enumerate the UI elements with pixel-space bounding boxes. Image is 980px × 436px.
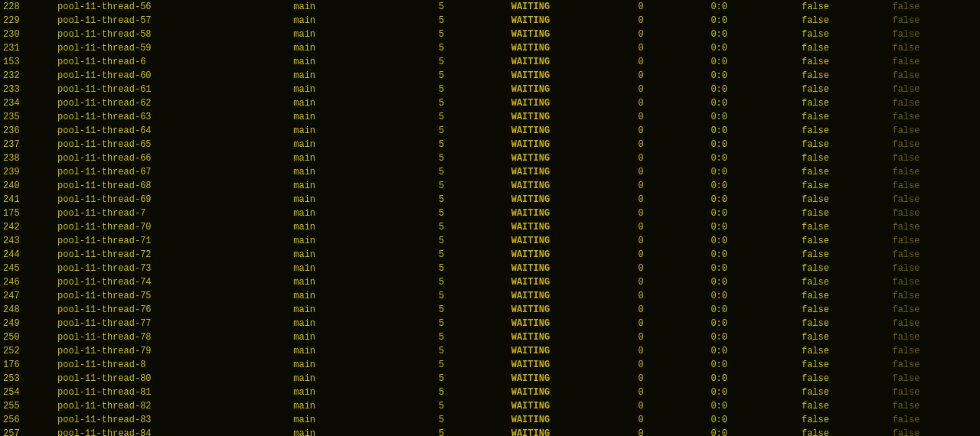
cell-priority: 5: [436, 151, 508, 165]
cell-group: main: [290, 207, 436, 220]
cell-status: WAITING: [508, 344, 635, 358]
cell-status: WAITING: [508, 262, 635, 275]
cell-bool2: false: [889, 358, 980, 372]
cell-status: WAITING: [508, 413, 635, 427]
cell-time: 0:0: [707, 96, 799, 110]
cell-time: 0:0: [707, 83, 799, 96]
cell-time: 0:0: [707, 399, 799, 413]
cell-time: 0:0: [707, 220, 799, 234]
cell-bool1: false: [799, 28, 890, 41]
cell-bool2: false: [889, 41, 980, 55]
cell-priority: 5: [436, 386, 508, 399]
cell-bool1: false: [799, 275, 890, 289]
cell-bool2: false: [889, 55, 980, 69]
cell-bool2: false: [889, 0, 980, 14]
cell-priority: 5: [436, 289, 508, 303]
cell-num1: 0: [635, 234, 708, 248]
cell-group: main: [290, 124, 436, 138]
cell-status: WAITING: [508, 358, 635, 372]
cell-id: 234: [0, 96, 54, 110]
cell-bool2: false: [889, 124, 980, 138]
cell-bool1: false: [799, 83, 890, 96]
cell-name: pool-11-thread-74: [54, 275, 290, 289]
cell-id: 257: [0, 427, 54, 436]
cell-id: 236: [0, 124, 54, 138]
cell-group: main: [290, 330, 436, 344]
cell-bool1: false: [799, 289, 890, 303]
cell-priority: 5: [436, 55, 508, 69]
cell-name: pool-11-thread-81: [54, 386, 290, 399]
cell-num1: 0: [635, 28, 708, 41]
cell-bool2: false: [889, 427, 980, 436]
table-row: 246 pool-11-thread-74 main 5 WAITING 0 0…: [0, 275, 980, 289]
cell-group: main: [290, 96, 436, 110]
table-row: 231 pool-11-thread-59 main 5 WAITING 0 0…: [0, 41, 980, 55]
cell-time: 0:0: [707, 386, 799, 399]
cell-id: 250: [0, 330, 54, 344]
cell-bool2: false: [889, 138, 980, 151]
cell-bool2: false: [889, 344, 980, 358]
cell-priority: 5: [436, 138, 508, 151]
cell-bool2: false: [889, 386, 980, 399]
cell-status: WAITING: [508, 386, 635, 399]
cell-priority: 5: [436, 165, 508, 179]
cell-group: main: [290, 165, 436, 179]
cell-status: WAITING: [508, 28, 635, 41]
cell-bool2: false: [889, 193, 980, 207]
table-row: 244 pool-11-thread-72 main 5 WAITING 0 0…: [0, 248, 980, 262]
cell-group: main: [290, 0, 436, 14]
cell-status: WAITING: [508, 41, 635, 55]
cell-num1: 0: [635, 0, 708, 14]
table-row: 239 pool-11-thread-67 main 5 WAITING 0 0…: [0, 165, 980, 179]
cell-bool2: false: [889, 165, 980, 179]
cell-group: main: [290, 83, 436, 96]
cell-group: main: [290, 220, 436, 234]
cell-priority: 5: [436, 303, 508, 317]
cell-bool2: false: [889, 14, 980, 28]
cell-id: 232: [0, 69, 54, 83]
cell-bool1: false: [799, 427, 890, 436]
cell-bool1: false: [799, 151, 890, 165]
cell-priority: 5: [436, 28, 508, 41]
cell-id: 244: [0, 248, 54, 262]
table-row: 240 pool-11-thread-68 main 5 WAITING 0 0…: [0, 179, 980, 193]
cell-name: pool-11-thread-71: [54, 234, 290, 248]
cell-bool2: false: [889, 330, 980, 344]
cell-id: 248: [0, 303, 54, 317]
cell-bool2: false: [889, 207, 980, 220]
cell-status: WAITING: [508, 248, 635, 262]
cell-priority: 5: [436, 275, 508, 289]
cell-bool2: false: [889, 69, 980, 83]
cell-num1: 0: [635, 138, 708, 151]
cell-time: 0:0: [707, 14, 799, 28]
cell-time: 0:0: [707, 207, 799, 220]
cell-status: WAITING: [508, 69, 635, 83]
cell-bool1: false: [799, 193, 890, 207]
cell-bool1: false: [799, 41, 890, 55]
cell-time: 0:0: [707, 55, 799, 69]
cell-num1: 0: [635, 124, 708, 138]
cell-priority: 5: [436, 427, 508, 436]
cell-bool2: false: [889, 399, 980, 413]
cell-name: pool-11-thread-75: [54, 289, 290, 303]
cell-bool2: false: [889, 262, 980, 275]
cell-num1: 0: [635, 303, 708, 317]
cell-id: 249: [0, 317, 54, 330]
cell-priority: 5: [436, 372, 508, 386]
cell-bool1: false: [799, 69, 890, 83]
table-row: 153 pool-11-thread-6 main 5 WAITING 0 0:…: [0, 55, 980, 69]
cell-bool2: false: [889, 317, 980, 330]
cell-bool1: false: [799, 179, 890, 193]
table-row: 230 pool-11-thread-58 main 5 WAITING 0 0…: [0, 28, 980, 41]
cell-time: 0:0: [707, 110, 799, 124]
cell-status: WAITING: [508, 372, 635, 386]
cell-time: 0:0: [707, 165, 799, 179]
cell-group: main: [290, 386, 436, 399]
cell-group: main: [290, 14, 436, 28]
cell-bool1: false: [799, 110, 890, 124]
cell-priority: 5: [436, 193, 508, 207]
cell-name: pool-11-thread-72: [54, 248, 290, 262]
cell-time: 0:0: [707, 262, 799, 275]
cell-bool2: false: [889, 248, 980, 262]
cell-group: main: [290, 289, 436, 303]
